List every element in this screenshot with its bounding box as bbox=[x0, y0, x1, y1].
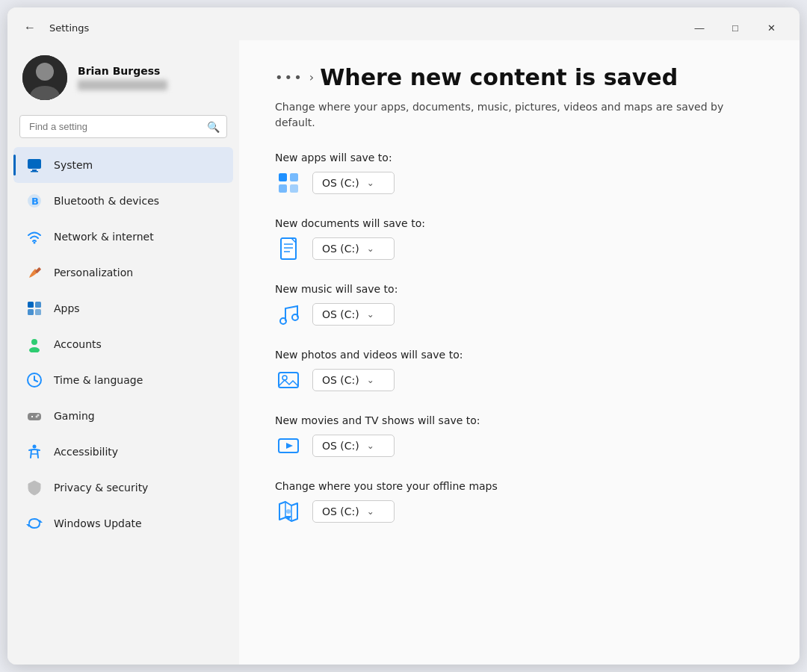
drive-value-music: OS (C:) bbox=[322, 308, 359, 320]
monitor-icon bbox=[25, 156, 43, 174]
person-icon bbox=[25, 335, 43, 353]
accessibility-icon bbox=[25, 443, 43, 461]
svg-rect-37 bbox=[279, 373, 298, 388]
back-button[interactable]: ← bbox=[19, 17, 40, 38]
drive-select-documents[interactable]: OS (C:) ⌄ bbox=[312, 237, 395, 260]
photos-icon bbox=[275, 367, 302, 393]
svg-rect-27 bbox=[279, 173, 287, 181]
svg-rect-5 bbox=[31, 171, 38, 172]
search-box: 🔍 bbox=[19, 115, 227, 138]
drive-select-music[interactable]: OS (C:) ⌄ bbox=[312, 303, 395, 326]
save-row-maps: Change where you store your offline maps… bbox=[275, 480, 764, 525]
drive-value-documents: OS (C:) bbox=[322, 243, 359, 255]
svg-rect-10 bbox=[28, 302, 34, 308]
svg-rect-4 bbox=[32, 169, 37, 171]
chevron-down-icon: ⌄ bbox=[367, 441, 374, 451]
drive-select-apps[interactable]: OS (C:) ⌄ bbox=[312, 172, 395, 194]
svg-rect-3 bbox=[28, 159, 41, 169]
user-email bbox=[78, 80, 167, 90]
sidebar-item-time[interactable]: Time & language bbox=[13, 362, 233, 398]
chevron-down-icon: ⌄ bbox=[367, 178, 374, 188]
sidebar-label-bluetooth: Bluetooth & devices bbox=[54, 195, 159, 207]
chevron-down-icon: ⌄ bbox=[367, 506, 374, 517]
chevron-down-icon: ⌄ bbox=[367, 375, 374, 385]
sidebar-item-gaming[interactable]: Gaming bbox=[13, 398, 233, 434]
svg-rect-31 bbox=[281, 238, 296, 259]
svg-rect-29 bbox=[279, 184, 287, 193]
sidebar-item-personalization[interactable]: Personalization bbox=[13, 255, 233, 290]
svg-point-44 bbox=[286, 509, 291, 514]
svg-marker-25 bbox=[40, 520, 43, 523]
page-description: Change where your apps, documents, music… bbox=[275, 99, 764, 131]
save-label-music: New music will save to: bbox=[275, 283, 439, 295]
bluetooth-icon: B bbox=[25, 192, 43, 210]
sidebar: Brian Burgess 🔍 bbox=[7, 40, 239, 665]
sidebar-label-gaming: Gaming bbox=[54, 410, 95, 422]
drive-value-photos: OS (C:) bbox=[322, 374, 359, 386]
drive-select-movies[interactable]: OS (C:) ⌄ bbox=[312, 435, 395, 457]
content-area: ••• › Where new content is saved Change … bbox=[239, 40, 800, 665]
save-row-movies: New movies and TV shows will save to: OS… bbox=[275, 414, 764, 459]
window-controls: — □ ✕ bbox=[683, 16, 788, 40]
update-icon bbox=[25, 514, 43, 532]
sidebar-item-update[interactable]: Windows Update bbox=[13, 505, 233, 541]
nav-list: System B Bluetooth & devices bbox=[7, 144, 239, 544]
svg-text:B: B bbox=[31, 196, 39, 207]
svg-point-24 bbox=[33, 445, 37, 449]
music-icon bbox=[275, 301, 302, 328]
svg-rect-12 bbox=[28, 309, 34, 315]
user-profile: Brian Burgess bbox=[7, 40, 239, 109]
sidebar-label-accounts: Accounts bbox=[54, 338, 102, 350]
brush-icon bbox=[25, 264, 43, 281]
movies-icon bbox=[275, 432, 302, 459]
sidebar-item-system[interactable]: System bbox=[13, 147, 233, 183]
svg-rect-28 bbox=[290, 173, 298, 181]
svg-point-36 bbox=[292, 314, 298, 320]
svg-point-8 bbox=[34, 242, 36, 244]
user-info: Brian Burgess bbox=[78, 65, 167, 90]
maximize-button[interactable]: □ bbox=[719, 16, 752, 40]
save-row-music: New music will save to: OS (C:) ⌄ bbox=[275, 283, 764, 328]
save-row-apps: New apps will save to: OS (C:) ⌄ bbox=[275, 152, 764, 196]
search-input[interactable] bbox=[19, 115, 227, 138]
save-label-documents: New documents will save to: bbox=[275, 217, 439, 229]
svg-point-15 bbox=[29, 347, 40, 352]
svg-rect-11 bbox=[35, 302, 41, 308]
drive-value-apps: OS (C:) bbox=[322, 177, 359, 189]
save-label-maps: Change where you store your offline maps bbox=[275, 480, 498, 492]
svg-point-23 bbox=[37, 414, 40, 417]
maps-icon bbox=[275, 498, 302, 525]
page-title: Where new content is saved bbox=[320, 64, 678, 90]
drive-select-maps[interactable]: OS (C:) ⌄ bbox=[312, 500, 395, 523]
sidebar-label-time: Time & language bbox=[54, 374, 143, 386]
svg-rect-19 bbox=[28, 413, 41, 420]
sidebar-item-apps[interactable]: Apps bbox=[13, 290, 233, 326]
sidebar-item-network[interactable]: Network & internet bbox=[13, 219, 233, 255]
sidebar-item-bluetooth[interactable]: B Bluetooth & devices bbox=[13, 183, 233, 219]
breadcrumb-arrow: › bbox=[309, 70, 314, 84]
gaming-icon bbox=[25, 407, 43, 425]
svg-rect-30 bbox=[290, 184, 298, 193]
shield-icon bbox=[25, 479, 43, 497]
window-title: Settings bbox=[49, 22, 89, 34]
drive-select-photos[interactable]: OS (C:) ⌄ bbox=[312, 369, 395, 391]
chevron-down-icon: ⌄ bbox=[367, 309, 374, 320]
wifi-icon bbox=[25, 228, 43, 246]
svg-point-35 bbox=[280, 318, 286, 324]
chevron-down-icon: ⌄ bbox=[367, 243, 374, 254]
sidebar-item-accessibility[interactable]: Accessibility bbox=[13, 434, 233, 470]
minimize-button[interactable]: — bbox=[683, 16, 716, 40]
user-name: Brian Burgess bbox=[78, 65, 167, 77]
breadcrumb-dots: ••• bbox=[275, 69, 303, 85]
sidebar-item-privacy[interactable]: Privacy & security bbox=[13, 470, 233, 505]
sidebar-item-accounts[interactable]: Accounts bbox=[13, 326, 233, 362]
sidebar-label-apps: Apps bbox=[54, 302, 80, 314]
close-button[interactable]: ✕ bbox=[755, 16, 788, 40]
sidebar-label-privacy: Privacy & security bbox=[54, 482, 148, 494]
save-row-documents: New documents will save to: OS (C:) ⌄ bbox=[275, 217, 764, 262]
save-label-movies: New movies and TV shows will save to: bbox=[275, 414, 480, 426]
save-row-photos: New photos and videos will save to: OS (… bbox=[275, 349, 764, 393]
drive-value-maps: OS (C:) bbox=[322, 505, 359, 517]
settings-window: ← Settings — □ ✕ Brian Burge bbox=[7, 7, 800, 665]
save-label-photos: New photos and videos will save to: bbox=[275, 349, 463, 361]
